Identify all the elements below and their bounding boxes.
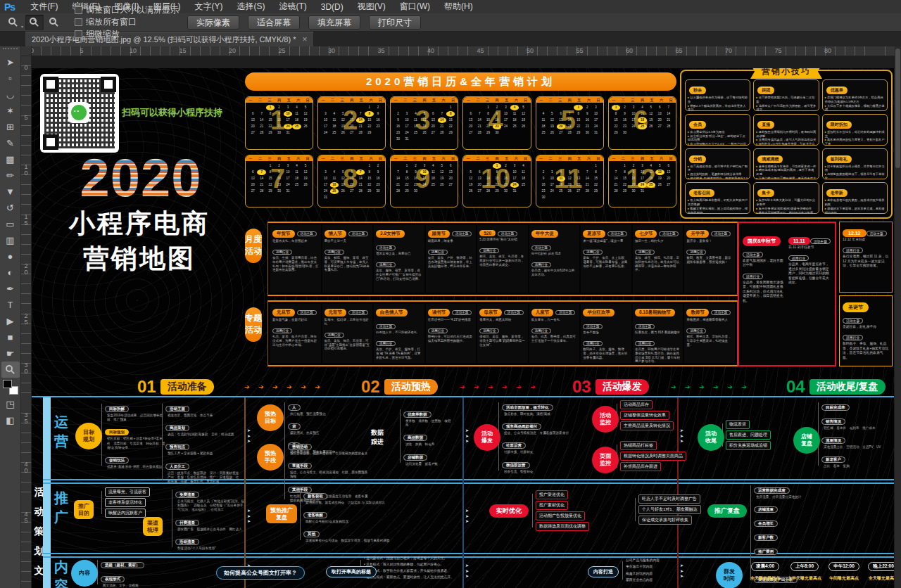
highlight-holiday-card: 11.11活动主题11.11 剁手狂欢节适用行业全品类，电商年度狂欢节，通过多类… [788, 233, 831, 362]
option-checkbox[interactable]: 调整窗口大小以满屏显示 [75, 4, 179, 16]
calendar-day: 21 [257, 182, 265, 188]
calendar-day: 19 [548, 124, 556, 129]
menu-item[interactable]: 滤镜(T) [272, 1, 313, 13]
calendar-day: 21 [612, 182, 620, 188]
option-button[interactable]: 填充屏幕 [308, 15, 360, 30]
panel-grip[interactable] [3, 48, 18, 53]
eraser-tool[interactable]: ▭ [1, 216, 20, 232]
menu-item[interactable]: 文字(Y) [187, 1, 229, 13]
gradient-tool[interactable]: ▥ [1, 232, 20, 248]
crop-tool[interactable]: ⊞ [1, 119, 20, 135]
healing-brush-tool[interactable]: ▩ [1, 151, 20, 167]
menu-item[interactable]: 帮助(H) [437, 1, 480, 13]
calendar-day: 7 [475, 111, 484, 117]
calendar-day: 18 [647, 176, 655, 181]
calendar-day: 1 [266, 163, 275, 169]
weekday-label: 三 [631, 155, 634, 161]
magic-wand-tool[interactable]: ✶ [1, 103, 20, 119]
tab-close-icon[interactable]: × [302, 34, 307, 44]
holiday-card: 毕业狂欢季活动主题青春不散场适用行业数码电子、美妆、服饰、旅游等，抓住毕业出游场… [581, 304, 631, 363]
lasso-tool[interactable]: ◡ [1, 87, 20, 103]
hand-tool[interactable]: ☛ [1, 345, 20, 362]
flow-item-label: 商品数据 [403, 435, 427, 441]
vertical-scrollbar[interactable] [895, 46, 901, 588]
type-tool[interactable]: T [1, 297, 20, 313]
calendar-day: 27 [557, 130, 565, 136]
calendar-day: 19 [655, 176, 664, 181]
calendar-day: 8 [591, 170, 600, 175]
weekday-label: 三 [486, 155, 489, 161]
menu-item[interactable]: 选择(S) [229, 1, 272, 13]
flow-item-label: 选题（题材、素材） [101, 562, 144, 568]
calendar-day: 23 [539, 188, 548, 194]
zoom-tool-preset[interactable]: ▾ [3, 15, 24, 30]
blur-tool[interactable]: ● [1, 248, 20, 264]
flow-bullet-line: • 追热点模式：紧跟热点、更强时效性，让人无法拒绝点开。 [364, 575, 551, 580]
color-swatches[interactable] [3, 380, 18, 395]
flow-chip: 个人号好友1对1、朋友圈触达 [638, 505, 701, 514]
zoom-tool[interactable] [1, 362, 20, 378]
dodge-tool[interactable]: ◐ [1, 264, 20, 281]
weekday-label: 二 [258, 97, 262, 103]
menu-item[interactable]: 视图(V) [351, 1, 393, 13]
option-checkbox[interactable]: 细微缩放 [75, 28, 179, 40]
calendar-day: 8 [574, 111, 582, 117]
zoom-in-button[interactable]: + [25, 15, 44, 30]
brush-tool[interactable]: ✏ [1, 167, 20, 184]
weekday-label: 四 [641, 155, 644, 161]
zoom-out-button[interactable]: − [45, 15, 63, 30]
tip-line: 会员营销每月不少于2-3次，一般用户月消费2次以上，黏性更足 [688, 142, 748, 145]
calendar-day: 29 [403, 188, 411, 194]
foreground-color-swatch[interactable] [3, 380, 12, 388]
eyedropper-tool[interactable]: ✎ [1, 135, 20, 151]
move-tool[interactable]: ➤ [1, 54, 20, 70]
shape-tool[interactable]: ■ [1, 329, 20, 345]
industry-label: 适用行业 [479, 248, 499, 253]
calendar-day: 21 [393, 182, 402, 188]
pen-tool[interactable]: ✒ [1, 281, 20, 297]
document-canvas[interactable]: 扫码可以获得小程序扶持 2020 小程序电商 营销地图 2020营销日历&全年营… [32, 68, 894, 588]
flow-item: 人员分工运营：统筹节点、数据跟进 设计：页面素材视觉产出 客服：售前售后接待 推… [165, 458, 241, 485]
calendar-day: 30 [539, 195, 548, 200]
history-brush-tool[interactable]: ↺ [1, 200, 20, 216]
option-button[interactable]: 适合屏幕 [248, 15, 300, 30]
calendar-day: 8 [403, 170, 411, 175]
holiday-card: 12.12活动主题12.12 年末狂欢适用行业各行业通用，错过双 11 后，以 … [839, 222, 893, 293]
flow-item-label: 新客获取 [303, 493, 327, 499]
theme-label: 活动主题 [659, 231, 679, 236]
calendar-day: 16 [275, 176, 283, 181]
theme-text: 烟雨四月，踏青季 [426, 239, 477, 243]
menu-item[interactable]: 窗口(W) [393, 1, 437, 13]
calendar-weekday-header: 一二三四五六日 [463, 155, 530, 161]
tip-card: 满减满赠凑单金额略高于客单价，引导买家多买一件赠品选成本低/感知高的商品，提升下… [753, 148, 819, 180]
calendar-day: 22 [365, 182, 373, 188]
marquee-tool[interactable]: ▫ [1, 70, 20, 87]
calendar-day: 24 [321, 130, 329, 136]
wechat-icon [68, 102, 89, 123]
calendar-day: 16 [501, 176, 510, 181]
calendar-empty-cell [565, 105, 574, 110]
path-selection-tool[interactable]: ▶ [1, 313, 20, 329]
screen-mode-icon[interactable]: ◧ [1, 412, 20, 428]
quick-mask-icon[interactable]: ◳ [1, 396, 20, 412]
calendar-day: 11 [292, 111, 301, 117]
calendar-empty-cell [548, 163, 556, 169]
ruler-number: 50 [527, 47, 534, 54]
calendar-day: 18 [638, 117, 646, 123]
flow-item-lines: 优惠券·满减·秒杀·拼团，组合整体规划 [107, 465, 165, 469]
theme-label: 活动主题 [711, 231, 731, 236]
menu-item[interactable]: 文件(F) [23, 1, 65, 13]
timeline-caption: 上半天曝光最高点 [788, 575, 821, 582]
option-button[interactable]: 打印尺寸 [369, 15, 421, 30]
holiday-title: 七夕节 [635, 230, 657, 238]
flow-items: 流量曝光、引流获客老客维系促活转化唤醒店内沉默客户 [105, 487, 170, 518]
scrollbar-thumb[interactable] [895, 49, 900, 168]
menu-item[interactable]: 3D(D) [314, 2, 351, 12]
stage-header: 04活动收尾/复盘 [786, 378, 886, 396]
checkbox-icon [75, 6, 82, 14]
calendar-day: 10 [420, 170, 429, 175]
option-button[interactable]: 实际像素 [187, 15, 239, 30]
option-checkbox[interactable]: 缩放所有窗口 [75, 16, 179, 28]
clone-stamp-tool[interactable]: ▼ [1, 184, 20, 200]
calendar-days: 1234567891011121314151617181920212223242… [246, 161, 313, 194]
